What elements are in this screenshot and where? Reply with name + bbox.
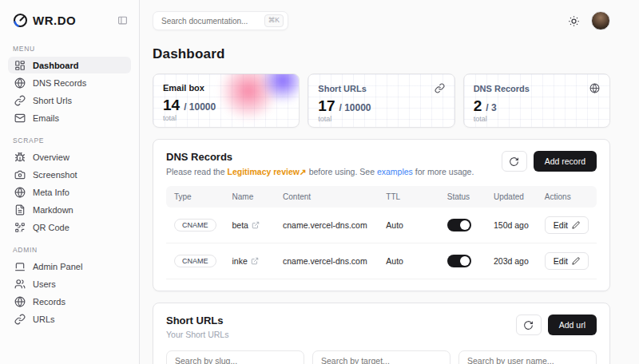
stat-caption: total (318, 115, 444, 123)
bug-icon (14, 152, 26, 163)
record-ttl: Auto (378, 243, 439, 279)
col-status: Status (439, 186, 486, 208)
status-toggle[interactable] (447, 219, 471, 231)
dns-card-description: Please read the Legitimacy review↗ befor… (166, 167, 474, 176)
nav-section-scrape-label: SCRAPE (13, 136, 126, 144)
sidebar-item-short-urls[interactable]: Short Urls (8, 92, 131, 109)
stat-title: Short URLs (318, 84, 367, 93)
refresh-icon (523, 320, 534, 330)
globe-icon (589, 83, 600, 93)
sidebar-item-emails[interactable]: Emails (8, 109, 131, 126)
record-updated: 150d ago (486, 208, 537, 243)
app-window: WR.DO MENU Dashboard DNS Records Short U… (0, 0, 639, 364)
col-content: Content (275, 186, 378, 208)
nav-section-admin-label: ADMIN (13, 246, 126, 254)
sidebar-item-urls[interactable]: URLs (8, 311, 131, 327)
record-content: cname.vercel-dns.com (275, 243, 378, 279)
stat-value: 17 (318, 97, 335, 115)
camera-icon (14, 169, 26, 180)
dns-card-title: DNS Records (166, 151, 474, 163)
examples-link[interactable]: examples (377, 167, 413, 176)
record-name-link[interactable]: inke (232, 256, 268, 266)
refresh-urls-button[interactable] (516, 315, 542, 335)
status-toggle[interactable] (447, 255, 471, 267)
stats-row: Email box 14 / 10000 total Short URLs 17… (153, 73, 610, 128)
sun-icon (568, 15, 580, 27)
sidebar-item-admin-panel[interactable]: Admin Panel (8, 258, 131, 275)
stat-limit: / 10000 (339, 102, 371, 113)
external-arrow: ↗ (300, 167, 307, 176)
record-name-link[interactable]: beta (232, 220, 268, 230)
col-actions: Actions (537, 186, 597, 208)
url-filters-row (166, 350, 597, 364)
record-content: cname.vercel-dns.com (275, 208, 378, 243)
dns-records-table: Type Name Content TTL Status Updated Act… (166, 186, 597, 279)
sidebar-collapse-button[interactable] (117, 15, 128, 26)
dashboard-icon (14, 60, 26, 71)
stat-card-dns-records[interactable]: DNS Records 2 / 3 total (463, 73, 610, 128)
stat-value: 2 (474, 97, 482, 115)
stat-title: DNS Records (474, 84, 530, 93)
table-row: CNAME inke cname.vercel-dns.com Auto 203… (166, 243, 597, 279)
pencil-icon (572, 257, 580, 265)
record-updated: 203d ago (486, 243, 537, 279)
short-urls-card: Short URLs Your Short URLs Add url (153, 303, 610, 364)
short-urls-subtitle: Your Short URLs (166, 330, 228, 339)
col-updated: Updated (486, 186, 537, 208)
topbar-actions (568, 11, 610, 30)
stat-limit: / 3 (486, 102, 496, 113)
link-icon (14, 95, 26, 106)
sidebar-item-users[interactable]: Users (8, 275, 131, 292)
col-type: Type (166, 186, 224, 208)
search-by-target-input[interactable] (312, 350, 450, 364)
globe-icon (14, 187, 26, 198)
edit-record-button[interactable]: Edit (545, 216, 589, 234)
refresh-records-button[interactable] (502, 151, 527, 172)
mail-icon (14, 113, 26, 124)
stat-card-email-box[interactable]: Email box 14 / 10000 total (153, 73, 300, 128)
stat-caption: total (163, 114, 289, 122)
legitimacy-review-link[interactable]: Legitimacy review↗ (227, 167, 306, 176)
sidebar-item-screenshot[interactable]: Screenshot (8, 166, 131, 183)
user-avatar[interactable] (591, 11, 610, 30)
col-name: Name (224, 186, 276, 208)
add-url-button[interactable]: Add url (548, 315, 597, 335)
edit-record-button[interactable]: Edit (545, 252, 589, 270)
external-link-icon (252, 221, 260, 229)
topbar: ⌘K (153, 11, 610, 30)
sidebar-item-qr-code[interactable]: QR Code (8, 219, 131, 235)
brand-logo[interactable]: WR.DO (13, 13, 76, 28)
sidebar-item-records[interactable]: Records (8, 293, 131, 310)
toggle-knob (460, 256, 470, 266)
search-by-slug-input[interactable] (166, 350, 304, 364)
add-record-button[interactable]: Add record (534, 151, 597, 172)
pencil-icon (572, 221, 580, 229)
file-text-icon (14, 204, 26, 216)
search-box[interactable]: ⌘K (153, 11, 288, 30)
search-by-user-name-input[interactable] (458, 350, 597, 364)
stat-caption: total (474, 115, 600, 123)
refresh-icon (509, 156, 519, 167)
record-type-badge: CNAME (174, 219, 216, 231)
search-input[interactable] (161, 17, 260, 26)
col-ttl: TTL (378, 186, 439, 208)
record-type-badge: CNAME (174, 255, 216, 267)
toggle-knob (460, 220, 470, 230)
theme-toggle-button[interactable] (568, 15, 580, 27)
brand-name: WR.DO (33, 14, 76, 27)
stat-title: Email box (163, 83, 204, 93)
sidebar-item-dns-records[interactable]: DNS Records (8, 74, 131, 91)
sidebar-item-dashboard[interactable]: Dashboard (8, 57, 131, 73)
sidebar-header: WR.DO (8, 10, 131, 34)
sidebar-item-meta-info[interactable]: Meta Info (8, 184, 131, 200)
sidebar-item-markdown[interactable]: Markdown (8, 201, 131, 218)
globe-icon (14, 296, 26, 307)
qr-code-icon (14, 222, 26, 233)
users-icon (14, 279, 26, 290)
gauge-logo-icon (13, 13, 28, 28)
table-header-row: Type Name Content TTL Status Updated Act… (166, 186, 597, 208)
dns-records-card: DNS Records Please read the Legitimacy r… (153, 139, 610, 291)
sidebar-item-overview[interactable]: Overview (8, 148, 131, 165)
record-ttl: Auto (378, 208, 439, 243)
stat-card-short-urls[interactable]: Short URLs 17 / 10000 total (308, 73, 454, 128)
